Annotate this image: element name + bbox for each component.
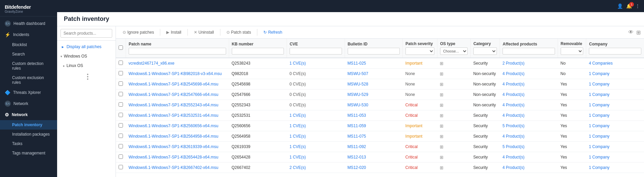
install-button[interactable]: ▶ Install	[163, 28, 184, 36]
company-link[interactable]: 1 Company	[589, 134, 609, 139]
bulletin-id-link[interactable]: MS11-053	[347, 113, 366, 118]
uninstall-button[interactable]: ✕ Uninstall	[190, 28, 217, 36]
filter-bulletin-id[interactable]	[348, 48, 400, 55]
user-icon[interactable]: 👤	[617, 3, 623, 9]
affected-products-link[interactable]: 4 Product(s)	[503, 165, 524, 170]
patch-name-link[interactable]: Windows6.1-Windows7-SP1-KB2552343-x64.ms…	[129, 103, 218, 107]
bulletin-id-link[interactable]: MS11-075	[347, 134, 366, 139]
company-link[interactable]: 1 Company	[589, 155, 609, 160]
patch-name-link[interactable]: Windows6.1-Windows7-SP1-KB2667402-x64.ms…	[129, 165, 218, 170]
sidebar-item-search[interactable]: Search	[0, 49, 57, 59]
sidebar-item-health-dashboard[interactable]: EA Health dashboard	[0, 18, 57, 29]
columns-settings-icon[interactable]: ⊞	[636, 29, 641, 36]
filter-removable[interactable]	[561, 47, 584, 55]
refresh-button[interactable]: ↻ Refresh	[260, 28, 286, 36]
bulletin-id-link[interactable]: MS11-092	[347, 144, 366, 149]
cve-value[interactable]: 1 CVE(s)	[290, 123, 306, 128]
row-checkbox[interactable]	[119, 113, 123, 117]
sidebar-item-incidents[interactable]: ⚡ Incidents	[0, 29, 57, 40]
cve-value[interactable]: 1 CVE(s)	[290, 144, 306, 149]
sidebar-item-blocklist[interactable]: Blocklist	[0, 40, 57, 49]
filter-affected-products[interactable]	[503, 48, 555, 55]
tree-item-windows-os[interactable]: ▾ Windows OS	[57, 51, 116, 61]
search-products-input[interactable]	[60, 29, 112, 38]
patch-name-link[interactable]: vcredist2467174_x86.exe	[129, 61, 175, 66]
row-checkbox[interactable]	[119, 144, 123, 148]
bulletin-id-link[interactable]: MS12-013	[347, 155, 366, 160]
filter-company[interactable]	[589, 48, 641, 55]
filter-patch-severity[interactable]	[405, 47, 434, 55]
affected-products-link[interactable]: 4 Product(s)	[503, 71, 524, 76]
filter-category[interactable]	[473, 47, 497, 55]
cve-value[interactable]: 1 CVE(s)	[290, 134, 306, 139]
display-all-patches-btn[interactable]: ► Display all patches	[57, 42, 116, 51]
ignore-patches-button[interactable]: ⊙ Ignore patches	[119, 28, 157, 36]
patch-name-link[interactable]: Windows6.1-Windows7-SP1-KB2560656-x64.ms…	[129, 123, 218, 128]
sidebar-item-custom-detection[interactable]: Custom detection rules	[0, 59, 57, 73]
company-link[interactable]: 1 Company	[589, 82, 609, 86]
filter-cve[interactable]	[290, 48, 342, 55]
company-link[interactable]: 1 Company	[589, 165, 609, 170]
row-checkbox[interactable]	[119, 102, 123, 107]
notification-icon[interactable]: 🔔 1	[626, 3, 632, 9]
sidebar-item-patch-inventory[interactable]: Patch inventory	[0, 120, 57, 130]
cve-value[interactable]: 1 CVE(s)	[290, 113, 306, 118]
cve-value[interactable]: 2 CVE(s)	[290, 165, 306, 170]
sidebar-item-threats-xplorer[interactable]: 🔷 Threats Xplorer	[0, 87, 57, 98]
row-checkbox[interactable]	[119, 123, 123, 128]
affected-products-link[interactable]: 4 Product(s)	[503, 113, 524, 118]
sidebar-item-network-section[interactable]: ⚙ Network	[0, 109, 57, 120]
affected-products-link[interactable]: 4 Product(s)	[503, 134, 524, 139]
grid-icon[interactable]: ⋮	[635, 3, 640, 9]
bulletin-id-link[interactable]: MS11-059	[347, 123, 366, 128]
patch-name-link[interactable]: Windows6.1-Windows7-SP1-KB982018-v3-x64.…	[129, 71, 222, 76]
sidebar-item-tags-management[interactable]: Tags management	[0, 148, 57, 158]
row-checkbox[interactable]	[119, 92, 123, 96]
row-checkbox[interactable]	[119, 154, 123, 159]
company-link[interactable]: 1 Company	[589, 123, 609, 128]
company-link[interactable]: 1 Company	[589, 144, 609, 149]
filter-os-type[interactable]: Choose...	[440, 47, 468, 55]
row-checkbox[interactable]	[119, 81, 123, 86]
affected-products-link[interactable]: 4 Product(s)	[503, 82, 524, 86]
affected-products-link[interactable]: 5 Product(s)	[503, 144, 524, 149]
affected-products-link[interactable]: 5 Product(s)	[503, 123, 524, 128]
company-link[interactable]: 1 Company	[589, 92, 609, 97]
bulletin-id-link[interactable]: MS11-025	[347, 61, 366, 66]
tree-item-linux-os[interactable]: ▸ Linux OS	[57, 61, 116, 70]
patch-name-link[interactable]: Windows6.1-Windows7-SP1-KB2545698-x64.ms…	[129, 82, 218, 86]
bulletin-id-link[interactable]: MS12-020	[347, 165, 366, 170]
bulletin-id-link[interactable]: MSWU-528	[347, 82, 368, 86]
visibility-toggle-icon[interactable]: 👁	[628, 29, 634, 35]
row-checkbox[interactable]	[119, 61, 123, 65]
dots-menu[interactable]	[60, 70, 116, 83]
sidebar-item-tasks[interactable]: Tasks	[0, 139, 57, 148]
company-link[interactable]: 1 Company	[589, 103, 609, 107]
patch-name-link[interactable]: Windows6.1-Windows7-SP1-KB2532531-x64.ms…	[129, 113, 218, 118]
affected-products-link[interactable]: 2 Product(s)	[503, 61, 524, 66]
company-link[interactable]: 4 Companies	[589, 61, 613, 66]
row-checkbox[interactable]	[119, 165, 123, 169]
filter-patch-name[interactable]	[129, 48, 226, 55]
select-all-checkbox[interactable]	[119, 45, 123, 50]
row-checkbox[interactable]	[119, 71, 123, 75]
sidebar-item-network-ea[interactable]: EA Network	[0, 98, 57, 109]
affected-products-link[interactable]: 4 Product(s)	[503, 92, 524, 97]
patch-name-link[interactable]: Windows6.1-Windows7-SP1-KB2619339-x64.ms…	[129, 144, 218, 149]
cve-value[interactable]: 1 CVE(s)	[290, 155, 306, 160]
patch-name-link[interactable]: Windows6.1-Windows7-SP1-KB2547666-x64.ms…	[129, 92, 218, 97]
affected-products-link[interactable]: 4 Product(s)	[503, 155, 524, 160]
patch-name-link[interactable]: Windows6.1-Windows7-SP1-KB2654428-x64.ms…	[129, 155, 218, 160]
cve-value[interactable]: 1 CVE(s)	[290, 61, 306, 66]
company-link[interactable]: 1 Company	[589, 113, 609, 118]
affected-products-link[interactable]: 4 Product(s)	[503, 103, 524, 107]
company-link[interactable]: 1 Company	[589, 71, 609, 76]
patch-name-link[interactable]: Windows6.1-Windows7-SP1-KB2564958-x64.ms…	[129, 134, 218, 139]
bulletin-id-link[interactable]: MSWU-507	[347, 71, 368, 76]
sidebar-item-custom-exclusion[interactable]: Custom exclusion rules	[0, 73, 57, 87]
patch-stats-button[interactable]: ⊙ Patch stats	[223, 28, 254, 36]
filter-kb-number[interactable]	[232, 48, 284, 55]
bulletin-id-link[interactable]: MSWU-529	[347, 92, 368, 97]
sidebar-item-installation-packages[interactable]: Installation packages	[0, 130, 57, 139]
row-checkbox[interactable]	[119, 134, 123, 138]
